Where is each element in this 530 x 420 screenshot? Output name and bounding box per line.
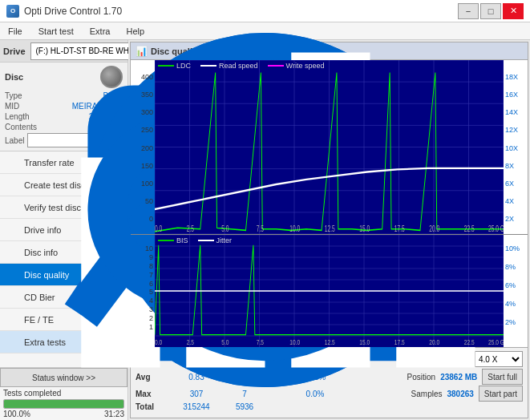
lower-legend: BIS Jitter: [158, 236, 232, 244]
svg-text:17.5: 17.5: [394, 224, 405, 233]
svg-text:22.5: 22.5: [464, 339, 475, 347]
svg-text:20.0: 20.0: [429, 224, 439, 233]
svg-text:0.0: 0.0: [155, 339, 163, 347]
nav-extra-tests[interactable]: Extra tests: [0, 331, 127, 353]
upper-chart-svg: 0.0 2.5 5.0 7.5 10.0 12.5 15.0 17.5 20.0…: [155, 60, 504, 234]
svg-text:15.0: 15.0: [359, 339, 370, 347]
read-speed-legend-color: [200, 65, 216, 67]
bis-legend-color: [158, 240, 174, 241]
svg-text:12.5: 12.5: [325, 339, 335, 347]
svg-text:0.0: 0.0: [155, 224, 162, 233]
svg-text:7.5: 7.5: [257, 339, 265, 347]
svg-text:17.5: 17.5: [394, 339, 405, 347]
upper-chart: 400350300250200150100500 LDC: [131, 60, 528, 235]
ldc-legend-color: [158, 65, 174, 67]
svg-text:22.5: 22.5: [464, 224, 475, 233]
upper-y-axis-right: 18X16X14X12X10X8X6X4X2X: [504, 60, 528, 234]
jitter-legend-label: Jitter: [216, 236, 233, 244]
nav-items: Transfer rate Create test disc Verify te…: [0, 151, 127, 367]
svg-text:5.0: 5.0: [221, 224, 229, 233]
extra-tests-icon: [6, 336, 19, 349]
jitter-legend-item: Jitter: [198, 236, 233, 244]
lower-y-axis-left: 10987654321: [131, 235, 155, 347]
read-speed-legend-label: Read speed: [219, 62, 258, 70]
read-speed-legend-item: Read speed: [200, 62, 258, 70]
write-speed-legend-label: Write speed: [286, 62, 325, 70]
svg-text:10.0: 10.0: [289, 339, 300, 347]
jitter-legend-color: [198, 240, 214, 241]
main-layout: Drive (F:) HL-DT-ST BD-RE WH16NS58 TST4 …: [0, 40, 530, 420]
svg-text:15.0: 15.0: [359, 224, 370, 233]
bis-legend-label: BIS: [176, 236, 188, 244]
bis-legend-item: BIS: [158, 236, 188, 244]
svg-text:2.5: 2.5: [187, 339, 195, 347]
ldc-legend-item: LDC: [158, 62, 191, 70]
svg-text:10.0: 10.0: [289, 224, 300, 233]
write-speed-legend-item: Write speed: [268, 62, 325, 70]
write-speed-legend-color: [268, 65, 284, 67]
lower-chart-body: BIS Jitter: [155, 235, 504, 347]
lower-chart-svg: 0.0 2.5 5.0 7.5 10.0 12.5 15.0 17.5 20.0…: [155, 235, 504, 347]
svg-text:12.5: 12.5: [325, 224, 335, 233]
svg-text:25.0 GB: 25.0 GB: [488, 339, 504, 347]
svg-text:25.0 GB: 25.0 GB: [488, 224, 504, 233]
upper-legend: LDC Read speed Write speed: [158, 62, 324, 70]
svg-text:7.5: 7.5: [257, 224, 264, 233]
ldc-legend-label: LDC: [176, 62, 191, 70]
lower-y-axis-right: 10%8%6%4%2%: [504, 235, 528, 347]
lower-chart: 10987654321 BIS: [131, 235, 528, 347]
svg-text:2.5: 2.5: [187, 224, 194, 233]
sidebar: Drive (F:) HL-DT-ST BD-RE WH16NS58 TST4 …: [0, 40, 128, 420]
svg-text:5.0: 5.0: [221, 339, 229, 347]
svg-point-12: [107, 151, 127, 289]
svg-text:20.0: 20.0: [429, 339, 439, 347]
upper-y-axis-left: 400350300250200150100500: [131, 60, 155, 234]
upper-chart-body: LDC Read speed Write speed: [155, 60, 504, 234]
